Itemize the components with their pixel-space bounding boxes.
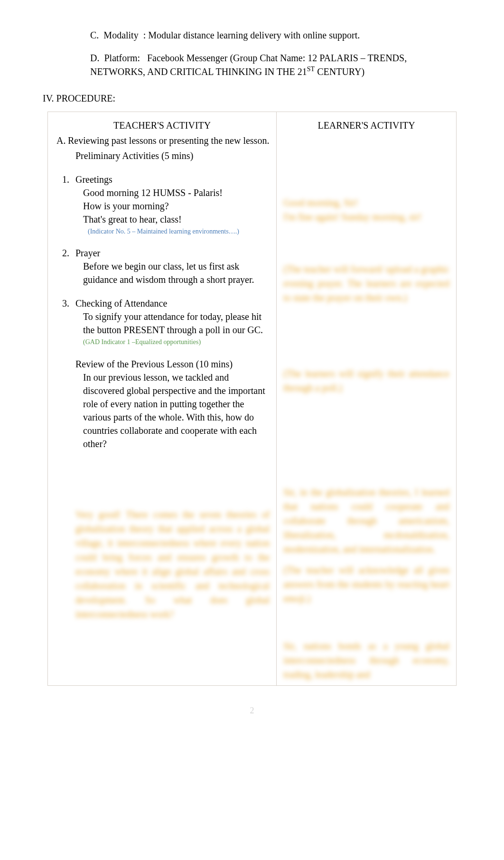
learner-response-prayer: (The teacher will forward/ upload a grap…: [283, 262, 449, 305]
page-number: 2: [47, 705, 457, 717]
lesson-table: TEACHER'S ACTIVITY A.Reviewing past less…: [47, 112, 457, 686]
num-marker: 1.: [62, 173, 75, 186]
learner-header: LEARNER'S ACTIVITY: [283, 116, 449, 134]
outline-item-platform: D. Platform: Facebook Messenger (Group C…: [90, 51, 457, 78]
outline-item-modality: C. Modality : Modular distance learning …: [90, 28, 457, 42]
prelim-text: Preliminary Activities (5 mins): [75, 150, 193, 161]
learner-response-review: Sir, in the globalization theories, I le…: [283, 485, 449, 556]
learner-response-final: Sir, nations bonds as a young global int…: [283, 639, 449, 682]
line: That's great to hear, class!: [83, 213, 270, 226]
learner-column: LEARNER'S ACTIVITY Good morning, Sir! I'…: [277, 112, 457, 685]
a-text: Reviewing past lessons or presenting the…: [68, 135, 269, 146]
prelim-activities: Preliminary Activities (5 mins): [62, 149, 270, 162]
item-title: Greetings: [75, 174, 112, 185]
learner-response-greeting: Good morning, Sir! I'm fine again! Sunda…: [283, 196, 449, 224]
outline-label: Modality: [103, 30, 138, 40]
review-title: Review of the Previous Lesson (10 mins): [75, 359, 233, 369]
review-block: Review of the Previous Lesson (10 mins) …: [62, 357, 270, 450]
learner-response-ack: (The teacher will acknowledge all given …: [283, 563, 449, 606]
num-marker: 2.: [62, 246, 75, 260]
indicator-note: (Indicator No. 5 – Maintained learning e…: [88, 227, 270, 236]
outline-value: : Modular distance learning delivery wit…: [143, 30, 360, 40]
indicator-note-green: (GAD Indicator 1 –Equalized opportunitie…: [83, 337, 270, 347]
outline-marker: C.: [90, 30, 99, 40]
item-greetings: 1.Greetings Good morning 12 HUMSS - Pala…: [62, 173, 270, 236]
review-body: In our previous lesson, we tackled and d…: [83, 371, 270, 450]
item-title: Checking of Attendance: [75, 298, 167, 308]
line: Before we begin our class, let us first …: [83, 260, 270, 286]
item-title: Prayer: [75, 248, 100, 258]
line: How is your morning?: [83, 199, 270, 213]
outline-marker: D.: [90, 53, 99, 63]
outline-value-after: CENTURY): [315, 66, 364, 77]
teacher-header: TEACHER'S ACTIVITY: [55, 116, 270, 134]
a-marker: A.: [56, 134, 68, 147]
num-marker: 3.: [62, 297, 75, 310]
section-heading-procedure: IV. PROCEDURE:: [43, 92, 457, 105]
blurred-teacher-paragraph: Very good! There comes the seven theorie…: [75, 507, 270, 621]
item-attendance: 3.Checking of Attendance To signify your…: [62, 297, 270, 347]
outline-sup: ST: [307, 65, 315, 73]
teacher-column: TEACHER'S ACTIVITY A.Reviewing past less…: [48, 112, 277, 685]
line: Good morning 12 HUMSS - Palaris!: [83, 186, 270, 199]
learner-response-attendance: (The learners will signify their attenda…: [283, 366, 449, 395]
item-prayer: 2.Prayer Before we begin our class, let …: [62, 246, 270, 286]
outline-label: Platform:: [104, 53, 140, 63]
section-a: A.Reviewing past lessons or presenting t…: [56, 134, 270, 147]
line: To signify your attendance for today, pl…: [83, 310, 270, 337]
